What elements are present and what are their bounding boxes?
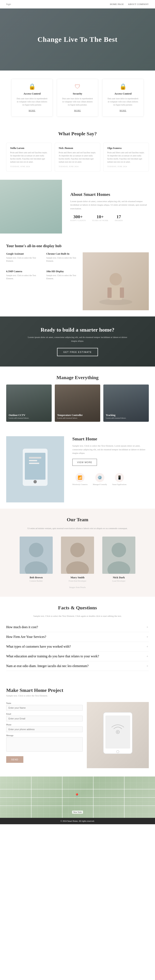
project-image <box>87 702 149 768</box>
map-city-label: New York <box>72 811 83 814</box>
team-role-3: Lead Developer <box>100 580 138 582</box>
hub-item-2: Chrome Cast Built-In Sample text. Click … <box>46 252 83 262</box>
smart-icon-label-3: Smart Applications <box>112 484 127 485</box>
team-name-2: Mary Smith <box>59 576 96 579</box>
feature-more-1[interactable]: MORE <box>29 110 36 112</box>
manage-card-img-3: Tracking Lorem add eiusmod labore. <box>103 385 149 422</box>
form-message-label: Message <box>6 734 83 737</box>
team-subtitle: Ut enim ad minim veniam, quis nostrud ex… <box>26 527 129 530</box>
feature-title-2: Security <box>61 92 94 95</box>
faq-section: Facts & Questions Sample text. Click to … <box>0 597 155 679</box>
svg-point-8 <box>33 480 37 484</box>
smart-icons: 📶 Wirelessly Connects ⚙️ Managed Central… <box>72 473 149 485</box>
svg-rect-9 <box>29 457 41 458</box>
hub-item-1: Google Assistant Sample text. Click to s… <box>6 252 43 262</box>
test-text-1: Proin and libero ante and sed faucibus t… <box>10 151 48 164</box>
logo: logo <box>6 3 11 6</box>
faq-list: How much does it cost? ＋ How Firm Are Yo… <box>6 622 149 671</box>
test-date-2: TUESDAY, JUNE 2024 <box>59 165 96 167</box>
form-name-label: Name <box>6 702 83 704</box>
form-message-group: Message <box>6 734 83 752</box>
feature-title-1: Access Control <box>16 92 48 95</box>
feature-text-1: Duis aute irure dolor in reprehenderit i… <box>16 97 48 106</box>
team-grid: Bob Brown Content Builder Mary Smith Fro… <box>6 536 149 582</box>
project-section: Make Smart Home Project Sample text. Cli… <box>0 679 155 776</box>
stat-label-2: YEARS OF WORK <box>92 220 108 221</box>
svg-point-13 <box>29 543 43 557</box>
hub-item-3: 6.5MP Camera Sample text. Click to selec… <box>6 270 43 280</box>
team-photo-1 <box>20 536 53 574</box>
manage-card-text-1: Lorem add eiusmod labore. <box>9 417 29 420</box>
view-more-button[interactable]: VIEW MORE <box>72 459 97 466</box>
form-message-input[interactable] <box>6 737 83 752</box>
manage-card-content-3: Tracking Lorem add eiusmod labore. <box>106 414 126 420</box>
faq-question-4: What education and/or training do you ha… <box>6 654 99 658</box>
manage-card-img-1: Outdoor CCTV Lorem add eiusmod labore. <box>6 385 52 422</box>
test-text-2: Proin and libero ante and sed faucibus t… <box>59 151 96 164</box>
team-avatar-2 <box>61 536 94 574</box>
hub-image-placeholder <box>83 252 149 310</box>
form-submit-button[interactable]: SEND <box>6 756 23 763</box>
form-name-input[interactable] <box>6 705 83 711</box>
team-member-3: Nick Dark Lead Developer <box>100 536 138 582</box>
faq-question-5: Nam at erat odio diam. Integer iaculis d… <box>6 664 89 668</box>
smart-illustration <box>6 436 64 503</box>
svg-rect-10 <box>29 460 37 461</box>
manage-card-text-2: Lorem add eiusmod labore. <box>57 417 83 420</box>
stat-label-3: AWARDS <box>114 220 123 221</box>
map-pin: 📍 <box>74 793 79 798</box>
feature-more-2[interactable]: MORE <box>74 110 81 112</box>
faq-item-1[interactable]: How much does it cost? ＋ <box>6 622 149 632</box>
faq-chevron-5: ＋ <box>146 664 149 668</box>
manage-card-2: Temperature Controller Lorem add eiusmod… <box>55 385 100 422</box>
hub-illustration <box>95 256 136 306</box>
smart-icon-circle-2: ⚙️ <box>95 473 104 482</box>
hub-item-title-4: 10in HD Display <box>46 270 83 273</box>
about-text: Lorem ipsum dolor sit amet, consectetur … <box>70 200 149 210</box>
project-title: Make Smart Home Project <box>6 687 149 693</box>
team-role-1: Content Builder <box>17 580 55 582</box>
manage-card-img-2: Temperature Controller Lorem add eiusmod… <box>55 385 100 422</box>
form-phone-input[interactable] <box>6 726 83 732</box>
team-name-3: Nick Dark <box>100 576 138 579</box>
stat-number-3: 17 <box>114 214 123 220</box>
faq-item-3[interactable]: What types of customers have you worked … <box>6 642 149 652</box>
faq-subtitle: Sample text. Click to select the Text El… <box>6 615 149 617</box>
faq-item-4[interactable]: What education and/or training do you ha… <box>6 652 149 661</box>
faq-item-5[interactable]: Nam at erat odio diam. Integer iaculis d… <box>6 661 149 671</box>
cta-button[interactable]: GET FREE ESTIMATE <box>57 348 98 356</box>
test-text-3: Proin and libero ante and sed faucibus t… <box>107 151 145 164</box>
testimonials-title: What People Say? <box>0 125 155 141</box>
manage-card-text-3: Lorem add eiusmod labore. <box>106 417 126 420</box>
hub-item-title-2: Chrome Cast Built-In <box>46 252 83 255</box>
team-member-2: Mary Smith Front-End Developer <box>59 536 96 582</box>
faq-item-2[interactable]: How Firm Are Your Services? ＋ <box>6 632 149 642</box>
faq-chevron-2: ＋ <box>146 635 149 639</box>
hub-item-title-3: 6.5MP Camera <box>6 270 43 273</box>
project-form: Name Email Phone Message SEND <box>6 702 83 768</box>
feature-icon-3: 🔒 <box>107 83 139 90</box>
svg-rect-3 <box>108 288 112 298</box>
manage-card-content-2: Temperature Controller Lorem add eiusmod… <box>57 414 83 420</box>
test-name-3: Olga Ivanova <box>107 146 145 150</box>
form-email-input[interactable] <box>6 716 83 721</box>
manage-card-label-1: Outdoor CCTV <box>9 414 29 417</box>
cta-title: Ready to build a smarter home? <box>8 327 147 333</box>
stat-2: 10+ YEARS OF WORK <box>92 214 108 221</box>
manage-card-label-3: Tracking <box>106 414 126 417</box>
nav-about[interactable]: ABOUT COMPANY <box>128 3 149 5</box>
nav-home[interactable]: HOME PAGE <box>110 3 124 5</box>
form-email-group: Email <box>6 713 83 721</box>
feature-more-3[interactable]: MORE <box>120 110 127 112</box>
stat-number-2: 10+ <box>92 214 108 220</box>
map-road-v4 <box>124 776 125 818</box>
svg-rect-7 <box>25 453 46 480</box>
feature-text-3: Duis aute irure dolor in reprehenderit i… <box>107 97 139 106</box>
test-date-1: TUESDAY, JUNE 2024 <box>10 165 48 167</box>
project-subtitle: Sample text. Click to select the Text El… <box>6 694 149 697</box>
map-section: New York 📍 <box>0 776 155 818</box>
faq-question-3: What types of customers have you worked … <box>6 645 71 648</box>
team-name-1: Bob Brown <box>17 576 55 579</box>
test-name-1: Stella Larson <box>10 146 48 150</box>
feature-icon-2: 🛡 <box>61 83 94 90</box>
